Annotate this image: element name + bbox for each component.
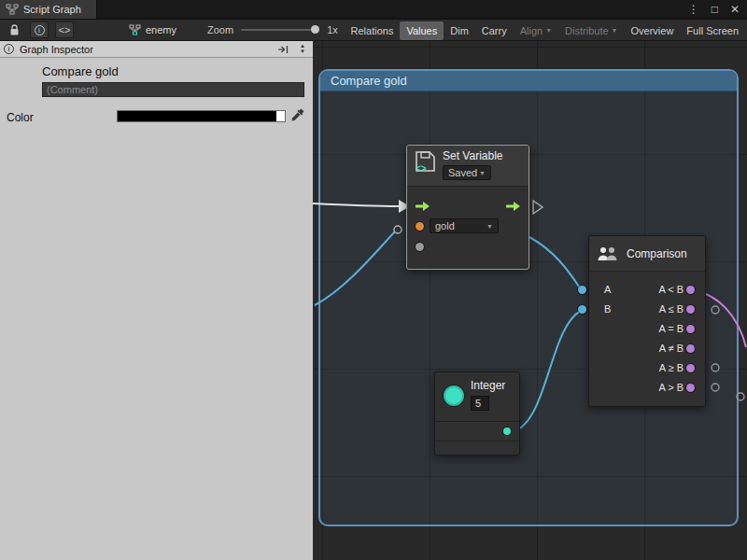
color-field-label: Color bbox=[7, 111, 34, 124]
flow-out-port[interactable] bbox=[505, 201, 521, 212]
graph-inspector-header[interactable]: i Graph Inspector ▲ ▼ bbox=[0, 41, 313, 58]
chevron-down-icon: ▼ bbox=[486, 223, 493, 230]
color-field[interactable] bbox=[117, 110, 286, 122]
flow-wire[interactable] bbox=[313, 203, 399, 206]
variable-kind-value: Saved bbox=[448, 167, 477, 178]
variable-input-port[interactable] bbox=[416, 222, 424, 231]
flow-in-port[interactable] bbox=[415, 201, 430, 212]
node-header[interactable]: Integer 5 bbox=[435, 372, 519, 422]
comparison-row: A ≠ B bbox=[589, 339, 705, 358]
output-label: A ≤ B bbox=[659, 303, 684, 315]
full-screen-button[interactable]: Full Screen bbox=[680, 21, 745, 40]
overview-button[interactable]: Overview bbox=[625, 21, 681, 40]
align-dropdown-button[interactable]: Align ▼ bbox=[514, 21, 558, 40]
output-label: A < B bbox=[658, 284, 684, 295]
node-header[interactable]: Comparison bbox=[589, 236, 705, 272]
chevron-down-icon: ▼ bbox=[479, 170, 486, 176]
graph-inspector-title: Graph Inspector bbox=[20, 44, 93, 55]
flow-out-triangle-port[interactable] bbox=[533, 201, 543, 214]
integer-output-port[interactable] bbox=[503, 427, 511, 435]
port-ring[interactable] bbox=[712, 306, 719, 314]
zoom-slider[interactable] bbox=[241, 29, 319, 31]
node-body: A A < B B A ≤ B A = B A ≠ B A ≥ B bbox=[589, 272, 705, 398]
eyedropper-icon[interactable] bbox=[290, 107, 305, 122]
output-port-greater[interactable] bbox=[686, 384, 695, 392]
output-label: A = B bbox=[658, 323, 684, 334]
lock-button[interactable] bbox=[5, 21, 23, 38]
node-header-text: Set Variable Saved ▼ bbox=[443, 149, 502, 180]
tab-title: Script Graph bbox=[23, 4, 81, 15]
node-body bbox=[435, 422, 519, 441]
comparison-row: A > B bbox=[589, 378, 705, 398]
comparison-node[interactable]: Comparison A A < B B A ≤ B A = B A ≠ B bbox=[588, 235, 706, 407]
zoom-slider-handle[interactable] bbox=[311, 25, 319, 34]
button-label: Full Screen bbox=[686, 25, 739, 36]
comment-input[interactable] bbox=[42, 82, 304, 97]
graph-inspector-toggle-button[interactable]: i bbox=[30, 21, 49, 38]
value-input-port[interactable] bbox=[416, 243, 424, 251]
maximize-icon[interactable]: □ bbox=[712, 3, 718, 16]
input-label-b: B bbox=[604, 303, 611, 315]
set-variable-icon: <> bbox=[413, 149, 437, 174]
node-title: Integer bbox=[471, 379, 505, 392]
set-variable-node[interactable]: <> Set Variable Saved ▼ bbox=[406, 145, 529, 270]
panel-spinner-control[interactable]: ▲ ▼ bbox=[300, 43, 305, 54]
toolbar-left-group: i <> bbox=[5, 20, 74, 40]
input-port-b[interactable] bbox=[578, 305, 586, 314]
inspected-graph-title: Compare gold bbox=[42, 64, 119, 78]
node-footer bbox=[435, 441, 519, 455]
title-bar: Script Graph ⋮ □ ✕ bbox=[0, 0, 747, 19]
distribute-dropdown-button[interactable]: Distribute ▼ bbox=[558, 21, 624, 40]
variable-name-value: gold bbox=[435, 220, 455, 231]
graph-toolbar: i <> enemy Zoom 1x Relations Values Dim bbox=[0, 19, 747, 41]
port-ring[interactable] bbox=[712, 384, 719, 391]
output-port-equal[interactable] bbox=[686, 325, 695, 333]
value-wire-to-a[interactable] bbox=[529, 237, 581, 289]
zoom-control: Zoom 1x bbox=[207, 20, 338, 40]
variables-toggle-button[interactable]: <> bbox=[55, 21, 74, 38]
chevron-down-icon: ▼ bbox=[545, 27, 552, 34]
output-port-less[interactable] bbox=[686, 286, 695, 294]
zoom-value: 1x bbox=[327, 24, 338, 35]
variable-kind-dropdown[interactable]: Saved ▼ bbox=[443, 165, 491, 180]
comparison-row: A = B bbox=[589, 319, 705, 339]
dim-button[interactable]: Dim bbox=[444, 21, 475, 40]
value-row bbox=[407, 237, 529, 258]
comparison-row: B A ≤ B bbox=[589, 300, 705, 319]
variable-row: gold ▼ bbox=[407, 217, 529, 237]
output-port-greater-equal[interactable] bbox=[686, 364, 695, 372]
variable-name-dropdown[interactable]: gold ▼ bbox=[430, 218, 499, 233]
window-menu-icon[interactable]: ⋮ bbox=[688, 3, 699, 16]
graph-owner-name: enemy bbox=[146, 24, 176, 35]
output-label: A ≥ B bbox=[659, 362, 684, 373]
port-ring[interactable] bbox=[737, 393, 744, 400]
color-alpha-segment bbox=[276, 111, 285, 121]
input-port-a[interactable] bbox=[578, 286, 586, 294]
output-port-not-equal[interactable] bbox=[686, 344, 695, 353]
button-label: Align bbox=[520, 25, 543, 36]
node-header[interactable]: <> Set Variable Saved ▼ bbox=[407, 146, 529, 187]
output-port-less-equal[interactable] bbox=[686, 305, 695, 314]
relations-button[interactable]: Relations bbox=[345, 21, 401, 40]
info-icon: i bbox=[35, 25, 45, 35]
svg-text:<>: <> bbox=[416, 163, 427, 174]
carry-button[interactable]: Carry bbox=[475, 21, 514, 40]
info-icon: i bbox=[4, 44, 14, 54]
integer-icon bbox=[444, 385, 464, 406]
port-ring[interactable] bbox=[712, 364, 719, 371]
dock-panel-icon[interactable] bbox=[277, 45, 289, 54]
graph-canvas[interactable]: Compare gold <> Set Variable Saved bbox=[313, 41, 747, 560]
integer-node[interactable]: Integer 5 bbox=[434, 371, 520, 455]
script-machine-icon bbox=[129, 24, 141, 35]
close-icon[interactable]: ✕ bbox=[730, 3, 740, 16]
node-title: Comparison bbox=[627, 247, 687, 260]
port-ring[interactable] bbox=[394, 226, 402, 233]
values-button[interactable]: Values bbox=[400, 21, 444, 40]
comparison-icon bbox=[597, 245, 619, 262]
value-wire-left[interactable] bbox=[315, 231, 395, 305]
tab-script-graph[interactable]: Script Graph bbox=[0, 0, 97, 19]
button-label: Relations bbox=[351, 25, 394, 36]
integer-value-field[interactable]: 5 bbox=[471, 396, 489, 411]
graph-owner[interactable]: enemy bbox=[129, 20, 176, 40]
graph-inspector-panel: i Graph Inspector ▲ ▼ Compare gold Color bbox=[0, 41, 313, 560]
